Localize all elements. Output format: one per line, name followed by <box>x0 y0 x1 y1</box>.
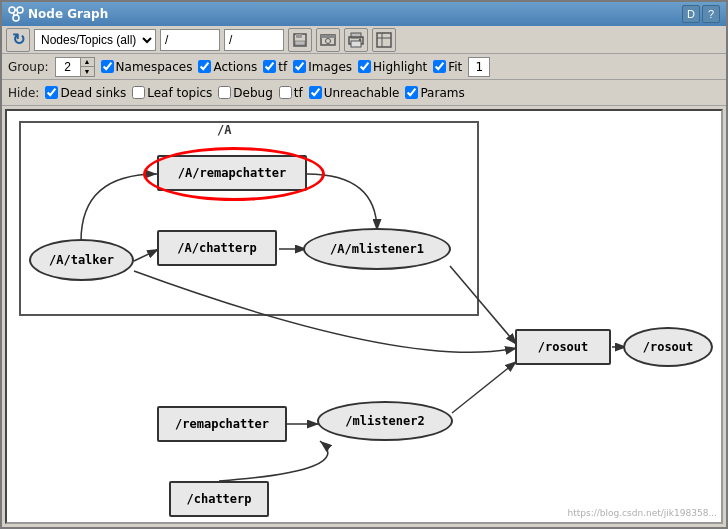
fit-checkbox[interactable] <box>433 60 446 73</box>
node-mlistener2-label: /mlistener2 <box>345 414 424 428</box>
zoom-icon <box>376 32 392 48</box>
images-label: Images <box>308 60 352 74</box>
node-talker[interactable]: /A/talker <box>29 239 134 281</box>
unreachable-checkbox[interactable] <box>309 86 322 99</box>
spinbox-up-button[interactable]: ▲ <box>80 58 94 68</box>
leaf-topics-label: Leaf topics <box>147 86 212 100</box>
watermark: https://blog.csdn.net/jik198358... <box>568 508 717 518</box>
node-remapchatter-label: /A/remapchatter <box>178 166 286 180</box>
titlebar: Node Graph D ? <box>2 2 726 26</box>
group-label: Group: <box>8 60 49 74</box>
node-remapchatter2-label: /remapchatter <box>175 417 269 431</box>
group-value[interactable] <box>56 60 80 74</box>
tf-checkbox-label[interactable]: tf <box>263 60 287 74</box>
filter-input-2[interactable] <box>224 29 284 51</box>
help-question-button[interactable]: ? <box>702 5 720 23</box>
spinbox-down-button[interactable]: ▼ <box>80 67 94 76</box>
hide-tf-checkbox[interactable] <box>279 86 292 99</box>
tf-label: tf <box>278 60 287 74</box>
debug-checkbox[interactable] <box>218 86 231 99</box>
unreachable-checkbox-label[interactable]: Unreachable <box>309 86 400 100</box>
actions-checkbox-label[interactable]: Actions <box>198 60 257 74</box>
debug-checkbox-label[interactable]: Debug <box>218 86 272 100</box>
hide-tf-checkbox-label[interactable]: tf <box>279 86 303 100</box>
print-icon <box>348 32 364 48</box>
node-rosout-rect[interactable]: /rosout <box>515 329 611 365</box>
node-rosout-ellipse-label: /rosout <box>643 340 694 354</box>
save-icon <box>292 32 308 48</box>
toolbar-row: ↻ Nodes/Topics (all) Nodes only Topics o… <box>2 26 726 54</box>
svg-point-11 <box>326 38 331 43</box>
svg-line-4 <box>17 12 18 15</box>
spinbox-arrows: ▲ ▼ <box>80 58 94 76</box>
fit-checkbox-label[interactable]: Fit <box>433 60 462 74</box>
window-title: Node Graph <box>28 7 108 21</box>
filter-row: Hide: Dead sinks Leaf topics Debug tf Un… <box>2 80 726 106</box>
zoom-icon-button[interactable] <box>372 28 396 52</box>
leaf-topics-checkbox[interactable] <box>132 86 145 99</box>
actions-checkbox[interactable] <box>198 60 211 73</box>
params-checkbox-label[interactable]: Params <box>405 86 464 100</box>
actions-label: Actions <box>213 60 257 74</box>
save-icon-button[interactable] <box>288 28 312 52</box>
svg-rect-14 <box>351 41 361 47</box>
print-icon-button[interactable] <box>344 28 368 52</box>
namespaces-label: Namespaces <box>116 60 193 74</box>
namespaces-checkbox[interactable] <box>101 60 114 73</box>
dead-sinks-checkbox-label[interactable]: Dead sinks <box>45 86 126 100</box>
node-remapchatter2[interactable]: /remapchatter <box>157 406 287 442</box>
dead-sinks-checkbox[interactable] <box>45 86 58 99</box>
node-chatterp2[interactable]: /chatterp <box>169 481 269 517</box>
node-talker-label: /A/talker <box>49 253 114 267</box>
node-mlistener1[interactable]: /A/mlistener1 <box>303 228 451 270</box>
fit-label: Fit <box>448 60 462 74</box>
group-a-label: /A <box>217 123 231 137</box>
options-row: Group: ▲ ▼ Namespaces Actions tf Images <box>2 54 726 80</box>
svg-rect-10 <box>321 35 335 38</box>
dead-sinks-label: Dead sinks <box>60 86 126 100</box>
svg-point-0 <box>9 7 15 13</box>
images-checkbox[interactable] <box>293 60 306 73</box>
screenshot-icon <box>320 32 336 48</box>
fit-number-display: 1 <box>468 57 490 77</box>
screenshot-icon-button[interactable] <box>316 28 340 52</box>
highlight-label: Highlight <box>373 60 427 74</box>
svg-point-2 <box>13 15 19 21</box>
images-checkbox-label[interactable]: Images <box>293 60 352 74</box>
svg-rect-16 <box>377 33 391 47</box>
namespaces-checkbox-label[interactable]: Namespaces <box>101 60 193 74</box>
svg-rect-8 <box>295 41 305 45</box>
tf-checkbox[interactable] <box>263 60 276 73</box>
app-icon <box>8 6 24 22</box>
unreachable-label: Unreachable <box>324 86 400 100</box>
svg-rect-15 <box>359 39 361 41</box>
hide-label: Hide: <box>8 86 39 100</box>
titlebar-buttons: D ? <box>682 5 720 23</box>
node-rosout-ellipse[interactable]: /rosout <box>623 327 713 367</box>
refresh-button[interactable]: ↻ <box>6 28 30 52</box>
node-rosout-rect-label: /rosout <box>538 340 589 354</box>
group-spinbox[interactable]: ▲ ▼ <box>55 57 95 77</box>
graph-area[interactable]: /A <box>5 109 723 524</box>
node-chatterp-label: /A/chatterp <box>177 241 256 255</box>
node-topic-dropdown[interactable]: Nodes/Topics (all) Nodes only Topics onl… <box>34 29 156 51</box>
params-checkbox[interactable] <box>405 86 418 99</box>
highlight-checkbox[interactable] <box>358 60 371 73</box>
node-chatterp[interactable]: /A/chatterp <box>157 230 277 266</box>
node-mlistener2[interactable]: /mlistener2 <box>317 401 453 441</box>
hide-tf-label: tf <box>294 86 303 100</box>
svg-line-24 <box>452 361 517 413</box>
highlight-checkbox-label[interactable]: Highlight <box>358 60 427 74</box>
node-remapchatter[interactable]: /A/remapchatter <box>157 155 307 191</box>
params-label: Params <box>420 86 464 100</box>
filter-input-1[interactable] <box>160 29 220 51</box>
titlebar-left: Node Graph <box>8 6 108 22</box>
leaf-topics-checkbox-label[interactable]: Leaf topics <box>132 86 212 100</box>
help-d-button[interactable]: D <box>682 5 700 23</box>
node-chatterp2-label: /chatterp <box>186 492 251 506</box>
debug-label: Debug <box>233 86 272 100</box>
node-graph-window: Node Graph D ? ↻ Nodes/Topics (all) Node… <box>0 0 728 529</box>
node-mlistener1-label: /A/mlistener1 <box>330 242 424 256</box>
svg-rect-7 <box>296 34 302 38</box>
group-a-box <box>19 121 479 316</box>
